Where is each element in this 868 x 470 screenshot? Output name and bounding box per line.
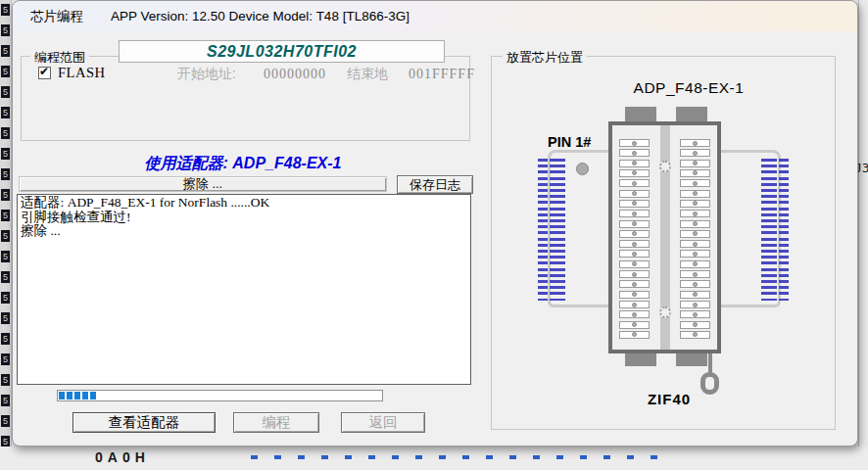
pin-slot (680, 149, 710, 157)
end-address-label: 结束地 (347, 66, 388, 83)
view-adapter-button[interactable]: 查看适配器 (72, 412, 216, 433)
background-list-glyph: 5 (1, 210, 10, 221)
pin-contact-icon (693, 322, 698, 327)
pin1-marker-icon (576, 163, 589, 175)
socket-pin-column-right (680, 139, 710, 339)
chip-placement-title: 放置芯片位置 (503, 49, 587, 67)
pin-slot (619, 310, 650, 318)
background-list-glyph: 5 (1, 168, 10, 180)
pin-slot (619, 220, 650, 228)
pin-slot (680, 250, 710, 258)
pin-contact-icon (632, 332, 637, 337)
pin-contact-icon (693, 151, 698, 156)
background-list-glyph: 5 (1, 251, 10, 262)
background-list-glyph: 5 (1, 86, 10, 98)
socket-tab (676, 352, 707, 366)
pin-slot (619, 280, 650, 288)
chip-name-box: S29JL032H70TFI02 (119, 40, 445, 63)
pin-slot (619, 230, 650, 238)
pin-contact-icon (693, 261, 698, 266)
flash-label: FLASH (58, 65, 105, 81)
dialog-titlebar[interactable]: 芯片编程 APP Version: 12.50 Device Model: T4… (13, 1, 857, 31)
pin-slot (619, 250, 650, 258)
adapter-name-label: ADP_F48-EX-1 (591, 79, 787, 97)
pin1-label: PIN 1# (548, 134, 591, 150)
pin-slot (680, 210, 710, 217)
log-line: 擦除 ... (21, 224, 467, 239)
pin-contact-icon (632, 212, 637, 216)
pin-contact-icon (632, 261, 637, 266)
pin-slot (619, 260, 650, 268)
background-list-glyph: 5 (1, 312, 10, 324)
flash-checkbox[interactable]: ✔ (38, 67, 51, 79)
log-line: 适配器: ADP_F48_EX-1 for NorFlash ......OK (21, 196, 467, 211)
start-address-value: 00000000 (264, 67, 326, 82)
pin-slot (680, 321, 710, 329)
pin-slot (680, 260, 710, 268)
adapter-in-use-notice: 使用适配器: ADP_F48-EX-1 (13, 154, 473, 174)
pin-slot (619, 321, 650, 329)
chip-name: S29JL032H70TFI02 (207, 43, 357, 60)
progress-segment (74, 392, 80, 400)
pin-contact-icon (632, 292, 637, 297)
background-list-glyph: 5 (1, 127, 10, 139)
program-button[interactable]: 编程 (233, 412, 319, 433)
end-address-value: 001FFFFF (409, 67, 475, 82)
pin-slot (619, 301, 650, 308)
pin-contact-icon (632, 201, 637, 206)
socket-lever (708, 353, 712, 373)
pin-strip (779, 159, 789, 301)
pin-contact-icon (632, 252, 637, 257)
checkmark-icon: ✔ (39, 65, 49, 78)
pin-slot (619, 240, 650, 248)
pin-slot (680, 220, 710, 228)
screen: 5 555555555555555555555 J3 0A0H 芯片编程 APP… (0, 0, 868, 470)
pin-contact-icon (632, 303, 637, 307)
pin-contact-icon (693, 212, 698, 216)
progress-bar (57, 390, 383, 401)
channel-circle-icon (659, 306, 671, 318)
pin-slot (619, 190, 650, 198)
pin-contact-icon (632, 312, 637, 317)
pin-contact-icon (693, 272, 698, 277)
progress-segment (90, 392, 96, 400)
back-button[interactable]: 返回 (341, 412, 425, 433)
pin-slot (619, 270, 650, 278)
pin-slot (680, 301, 710, 308)
pin-contact-icon (632, 151, 637, 156)
pin-slot (619, 200, 650, 208)
background-checksum-value: 0A0H (95, 449, 150, 465)
pin-slot (680, 291, 710, 299)
pin-contact-icon (632, 161, 637, 165)
background-list-glyph: 5 (1, 353, 10, 365)
pin-slot (680, 280, 710, 288)
background-list-glyph: 5 (1, 292, 10, 304)
pin-slot (619, 179, 650, 187)
pin-contact-icon (693, 332, 698, 337)
pin-slot (619, 331, 650, 339)
pin-contact-icon (632, 221, 637, 226)
pin-contact-icon (693, 312, 698, 317)
pin-slot (680, 310, 710, 318)
background-list-glyph: 5 (1, 415, 10, 427)
pin-contact-icon (693, 221, 698, 226)
pin-contact-icon (693, 242, 698, 247)
pin-contact-icon (693, 201, 698, 206)
save-log-button[interactable]: 保存日志 (397, 175, 473, 194)
pin-contact-icon (693, 170, 698, 175)
pin-contact-icon (632, 272, 637, 277)
progress-segment (67, 392, 72, 400)
pin-contact-icon (693, 181, 698, 186)
pin-contact-icon (632, 231, 637, 236)
background-list-glyph: 5 (1, 148, 10, 160)
socket-tab (625, 107, 656, 122)
log-output-area[interactable]: 适配器: ADP_F48_EX-1 for NorFlash ......OK … (17, 194, 471, 385)
pin-contact-icon (632, 141, 637, 146)
pin-slot (680, 179, 710, 187)
pin-slot (680, 200, 710, 208)
pin-strip (538, 159, 548, 301)
background-list-glyph: 5 (1, 45, 10, 57)
dialog-title: 芯片编程 (30, 8, 83, 25)
socket-type-label: ZIF40 (620, 391, 718, 407)
background-list-glyph: 5 (1, 66, 10, 77)
